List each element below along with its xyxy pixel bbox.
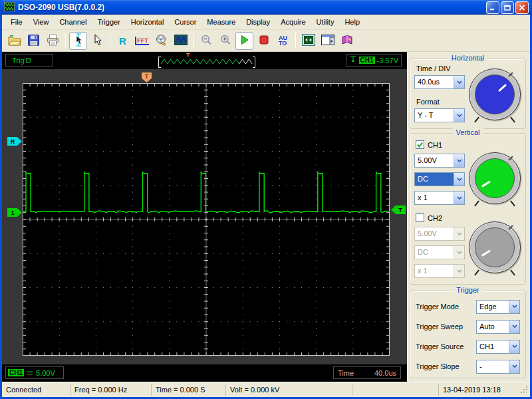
trigger-row-combo[interactable]: - <box>476 360 520 374</box>
buffer-preview-box <box>158 57 255 68</box>
zoom-out-button[interactable] <box>197 32 215 50</box>
close-button[interactable] <box>515 1 529 14</box>
time-div-combo[interactable]: 40.0us <box>414 75 465 89</box>
menu-item-horizontal[interactable]: Horizontal <box>126 16 170 28</box>
resize-grip[interactable] <box>519 384 530 396</box>
menu-bar: FileViewChannelTriggerHorizontalCursorMe… <box>2 15 530 30</box>
trigger-readout: CH1 -3.57V <box>346 54 402 66</box>
ch1-coupling-combo[interactable]: DC <box>414 172 465 186</box>
fft-icon: FFT <box>135 37 149 45</box>
crosshair-cursor-icon <box>72 33 85 48</box>
ch2-checkbox[interactable] <box>416 213 424 222</box>
help-book-icon <box>341 35 353 47</box>
chevron-down-icon[interactable] <box>509 360 519 373</box>
ch1-checkbox[interactable] <box>416 140 424 149</box>
ch1-ground-marker[interactable]: 1 <box>7 208 22 217</box>
status-datetime: 13-04-2019 13:18 <box>438 384 519 396</box>
top-readout-strip: Trig'D T CH1 -3.57V <box>2 52 407 69</box>
scope-display: Trig'D T CH1 -3.57V <box>2 52 407 382</box>
time-value: 40.0us <box>374 369 396 377</box>
chevron-down-icon[interactable] <box>454 109 464 122</box>
panel-toggle-button[interactable] <box>319 32 336 50</box>
chevron-down-icon[interactable] <box>454 76 464 88</box>
buffer-preview[interactable]: T <box>158 52 255 69</box>
measure-cursor-button[interactable] <box>69 32 87 50</box>
chevron-down-icon[interactable] <box>454 173 464 186</box>
toolbar-separator <box>110 33 110 48</box>
app-window: DSO-2090 USB(7.0.0.2) FileViewChannelTri… <box>0 0 532 399</box>
buffer-window-right-bracket[interactable] <box>253 57 255 68</box>
toolbar-separator <box>193 33 194 48</box>
dc-coupling-icon <box>26 369 33 377</box>
trigger-position-marker[interactable]: T <box>142 72 152 82</box>
menu-item-file[interactable]: File <box>5 16 28 28</box>
ch2-label: CH2 <box>428 214 442 222</box>
save-button[interactable] <box>25 32 43 50</box>
ch1-position-knob[interactable] <box>469 152 521 204</box>
zoom-in-icon <box>219 34 231 47</box>
reference-marker[interactable]: R <box>7 137 22 146</box>
print-button[interactable] <box>44 32 62 50</box>
trigger-row-value: - <box>477 360 509 373</box>
main-area: Trig'D T CH1 -3.57V <box>2 52 530 382</box>
film-reel-icon <box>156 34 168 47</box>
chevron-down-icon[interactable] <box>509 321 519 333</box>
menu-item-view[interactable]: View <box>28 16 55 28</box>
select-cursor-button[interactable] <box>88 32 106 50</box>
menu-item-trigger[interactable]: Trigger <box>92 16 125 28</box>
menu-item-measure[interactable]: Measure <box>201 16 241 28</box>
trigger-row-value: Auto <box>477 321 509 333</box>
trigger-group-title: Trigger <box>453 286 482 294</box>
menu-item-display[interactable]: Display <box>241 16 275 28</box>
zoom-in-button[interactable] <box>216 32 234 50</box>
trigger-row-combo[interactable]: Auto <box>476 320 520 334</box>
toolbar-separator <box>295 33 296 48</box>
ch2-position-knob[interactable] <box>469 221 521 273</box>
ch1-scale-box: CH1 5.00V <box>5 366 64 379</box>
menu-item-utility[interactable]: Utility <box>311 16 340 28</box>
r-icon: R <box>119 35 126 47</box>
time-label: Time <box>338 369 354 377</box>
buffer-waveform <box>158 57 255 68</box>
vertical-group: Vertical CH1 5.00V DC x 1 <box>410 133 526 285</box>
menu-item-cursor[interactable]: Cursor <box>169 16 201 28</box>
trigger-source-badge: CH1 <box>359 57 375 64</box>
horizontal-knob[interactable] <box>469 68 521 120</box>
menu-item-channel[interactable]: Channel <box>54 16 92 28</box>
auto-set-button[interactable]: AUTO <box>274 32 292 50</box>
trigger-level-marker[interactable]: T <box>391 205 406 214</box>
ch1-probe-combo[interactable]: x 1 <box>414 191 465 205</box>
full-screen-button[interactable] <box>299 32 317 50</box>
fft-button[interactable]: FFT <box>133 32 151 50</box>
open-button[interactable] <box>5 32 23 50</box>
trigger-row-combo[interactable]: CH1 <box>476 340 520 354</box>
start-button[interactable] <box>235 32 253 50</box>
record-button[interactable] <box>152 32 170 50</box>
time-div-label: Time / DIV <box>416 65 451 72</box>
maximize-button[interactable] <box>501 1 514 14</box>
ch2-knob-face <box>475 227 515 267</box>
waveform-view-button[interactable] <box>172 32 190 50</box>
chevron-down-icon[interactable] <box>509 340 519 353</box>
stop-button[interactable] <box>255 32 273 50</box>
menu-item-acquire[interactable]: Acquire <box>275 16 311 28</box>
chevron-down-icon[interactable] <box>509 301 519 313</box>
ch1-probe-value: x 1 <box>415 192 454 204</box>
help-button[interactable] <box>338 32 356 50</box>
trigger-row-label: Trigger Sweep <box>416 323 463 331</box>
format-combo[interactable]: Y - T <box>414 108 465 122</box>
refresh-button[interactable]: R <box>114 32 132 50</box>
trigger-row-combo[interactable]: Edge <box>476 300 520 314</box>
chevron-down-icon[interactable] <box>454 154 464 167</box>
trigger-row: Trigger ModeEdge <box>416 299 520 314</box>
status-connection: Connected <box>2 384 70 396</box>
menu-item-help[interactable]: Help <box>339 16 365 28</box>
ch1-volt-combo[interactable]: 5.00V <box>414 154 465 168</box>
plot-region: T R 1 T <box>2 69 407 364</box>
chevron-down-icon[interactable] <box>454 192 464 204</box>
toolbar: R FFT AUTO <box>2 30 530 52</box>
trigger-status-box: Trig'D <box>5 54 53 66</box>
trigger-status: Trig'D <box>12 57 31 65</box>
buffer-window-left-bracket[interactable] <box>158 57 161 68</box>
minimize-button[interactable] <box>486 1 499 14</box>
